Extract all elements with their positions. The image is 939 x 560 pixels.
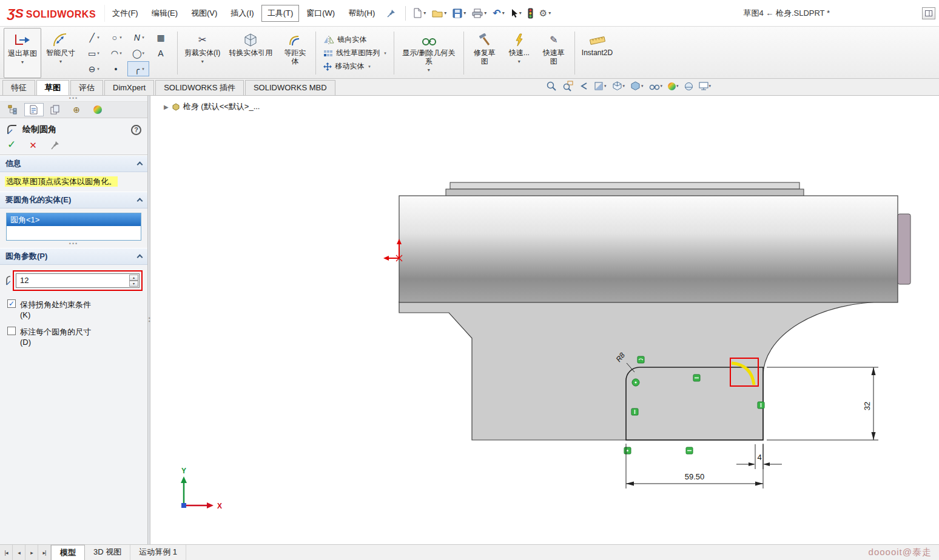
ok-check-icon[interactable]: ✓: [7, 140, 16, 150]
save-button[interactable]: ▾: [450, 7, 468, 20]
line-tool[interactable]: ╱▾: [82, 30, 104, 45]
fillet-radius-input[interactable]: [16, 273, 140, 288]
menu-edit[interactable]: 编辑(E): [146, 5, 184, 22]
apply-scene-button[interactable]: [684, 82, 693, 91]
slot-tool[interactable]: ⊖▾: [82, 61, 104, 76]
view-settings-button[interactable]: ▾: [699, 82, 712, 90]
circle-tool[interactable]: ○▾: [105, 30, 127, 45]
trim-dropdown-icon[interactable]: ▾: [201, 59, 204, 64]
feature-breadcrumb[interactable]: ▶ 枪身 (默认<<默认>_...: [164, 101, 260, 112]
options-button[interactable]: ⚙▾: [537, 7, 553, 19]
last-tab-button[interactable]: ▸|: [38, 545, 51, 560]
entities-section-header[interactable]: 要圆角化的实体(E): [0, 192, 147, 208]
display-delete-relations-button[interactable]: 显示/删除几何关系 ▾: [397, 28, 460, 78]
dimension-each-checkbox[interactable]: [7, 327, 16, 335]
tab-solidworks-addins[interactable]: SOLIDWORKS 插件: [155, 80, 244, 95]
tab-features[interactable]: 特征: [2, 80, 35, 95]
fillet-parameters-header[interactable]: 圆角参数(P): [0, 248, 147, 265]
listbox-resize-grip[interactable]: •••: [0, 242, 147, 248]
sketch-fillet-tool[interactable]: ╭▾: [127, 61, 149, 76]
spinner-up-icon[interactable]: ▴: [129, 275, 138, 281]
menu-file[interactable]: 文件(F): [106, 5, 144, 22]
dimension-offset[interactable]: 4: [736, 444, 782, 469]
rectangle-tool[interactable]: ▭▾: [82, 45, 104, 61]
smart-dimension-button[interactable]: 智能尺寸 ▾: [42, 28, 79, 78]
tab-dimxpert[interactable]: DimXpert: [104, 80, 154, 95]
menu-tools[interactable]: 工具(T): [261, 5, 300, 22]
display-style-button[interactable]: ▾: [630, 81, 644, 91]
hide-show-items-button[interactable]: ▾: [649, 82, 663, 90]
display-manager-tab[interactable]: [88, 103, 107, 116]
dimxpert-manager-tab[interactable]: ⊕: [67, 103, 86, 116]
display-pane-button[interactable]: [922, 7, 935, 19]
menu-view[interactable]: 视图(V): [185, 5, 223, 22]
relations-dropdown-icon[interactable]: ▾: [428, 67, 430, 73]
rapid-sketch-button[interactable]: ✎ 快速草图: [536, 28, 571, 78]
flyout-tree-arrow-icon[interactable]: ▶: [164, 104, 169, 110]
menu-window[interactable]: 窗口(W): [300, 5, 341, 22]
quick-snaps-dropdown-icon[interactable]: ▾: [518, 59, 520, 64]
model-muzzle-cap[interactable]: [898, 214, 910, 284]
help-icon[interactable]: ?: [131, 125, 141, 135]
exit-sketch-dropdown-icon[interactable]: ▾: [21, 59, 24, 65]
edit-appearance-button[interactable]: ▾: [668, 82, 679, 90]
dimension-width[interactable]: 59.50: [626, 444, 763, 488]
print-button[interactable]: ▾: [470, 7, 489, 20]
open-document-button[interactable]: ▾: [429, 7, 449, 19]
previous-view-button[interactable]: [579, 81, 588, 91]
info-section-header[interactable]: 信息: [0, 155, 147, 172]
convert-entities-button[interactable]: 转换实体引用: [225, 28, 276, 78]
first-tab-button[interactable]: |◂: [0, 545, 13, 560]
zoom-area-button[interactable]: [562, 81, 573, 92]
text-tool[interactable]: A: [150, 45, 172, 61]
tab-evaluate[interactable]: 评估: [70, 80, 103, 95]
trim-entities-button[interactable]: ✂ 剪裁实体(I) ▾: [181, 28, 224, 78]
view-orientation-button[interactable]: ▾: [612, 81, 625, 91]
smart-dimension-dropdown-icon[interactable]: ▾: [59, 59, 62, 64]
repair-sketch-button[interactable]: 修复草图: [467, 28, 502, 78]
move-entities-button[interactable]: 移动实体 ▾: [321, 61, 388, 72]
arc-tool[interactable]: ◠▾: [105, 45, 127, 61]
spinner-down-icon[interactable]: ▾: [129, 281, 138, 287]
linear-pattern-button[interactable]: 线性草图阵列 ▾: [321, 47, 388, 59]
menu-insert[interactable]: 插入(I): [224, 5, 260, 22]
undo-button[interactable]: ↶▾: [490, 7, 507, 19]
zoom-fit-button[interactable]: [546, 81, 557, 92]
exit-sketch-button[interactable]: 退出草图 ▾: [4, 28, 41, 78]
model-barrel-face[interactable]: [399, 196, 898, 302]
entities-listbox[interactable]: 圆角<1>: [6, 213, 141, 241]
tab-model[interactable]: 模型: [51, 545, 85, 560]
sketch-grid-tool[interactable]: ▦: [150, 30, 172, 45]
dimension-height[interactable]: 32: [767, 367, 878, 440]
offset-entities-button[interactable]: 等距实体: [277, 28, 312, 78]
feature-manager-tab[interactable]: [3, 103, 22, 116]
prev-tab-button[interactable]: ◂: [13, 545, 25, 560]
property-manager-tab[interactable]: [24, 103, 44, 116]
next-tab-button[interactable]: ▸: [25, 545, 38, 560]
tab-motion-study[interactable]: 运动算例 1: [130, 545, 186, 560]
mirror-entities-button[interactable]: 镜向实体: [321, 34, 388, 45]
menubar-pin-icon[interactable]: [382, 8, 400, 19]
point-tool[interactable]: •: [105, 61, 127, 76]
tab-sketch[interactable]: 草图: [36, 80, 69, 95]
tab-solidworks-mbd[interactable]: SOLIDWORKS MBD: [245, 80, 335, 95]
select-button[interactable]: ▾: [508, 7, 524, 20]
keep-visible-pin-icon[interactable]: [50, 141, 59, 150]
model-scene[interactable]: R8 59.50: [150, 96, 939, 544]
spline-tool[interactable]: N▾: [127, 30, 149, 45]
graphics-area[interactable]: ▶ 枪身 (默认<<默认>_...: [150, 96, 939, 544]
panel-resize-grip[interactable]: •••: [0, 96, 147, 102]
move-entities-dropdown-icon[interactable]: ▾: [368, 64, 371, 69]
model-rail-top[interactable]: [450, 182, 799, 189]
model-rail-base[interactable]: [446, 189, 804, 196]
linear-pattern-dropdown-icon[interactable]: ▾: [384, 51, 386, 56]
entity-list-item[interactable]: 圆角<1>: [7, 213, 141, 226]
ellipse-tool[interactable]: ◯▾: [127, 45, 149, 61]
configuration-manager-tab[interactable]: [45, 103, 65, 116]
instant2d-button[interactable]: Instant2D: [578, 28, 616, 78]
tab-3d-views[interactable]: 3D 视图: [85, 545, 130, 560]
new-document-button[interactable]: ▾: [411, 6, 428, 20]
menu-help[interactable]: 帮助(H): [342, 5, 381, 22]
cancel-x-icon[interactable]: ✕: [29, 141, 37, 150]
keep-constraints-checkbox[interactable]: ✓: [7, 299, 16, 308]
